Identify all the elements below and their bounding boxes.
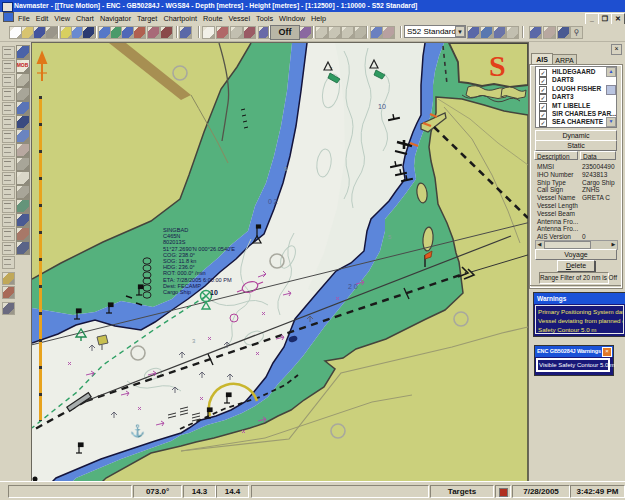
- svg-text:10: 10: [378, 103, 386, 110]
- svg-text:Dest: FECAMP: Dest: FECAMP: [163, 283, 201, 289]
- svg-text:⚓: ⚓: [130, 423, 145, 438]
- svg-text:Cargo Ship: Cargo Ship: [163, 289, 191, 295]
- svg-text:HDG: 236.0°: HDG: 236.0°: [163, 264, 195, 270]
- svg-text:S: S: [489, 49, 506, 82]
- svg-text:SOG: 11.8 kn: SOG: 11.8 kn: [163, 258, 196, 264]
- svg-text:SINGBAD: SINGBAD: [163, 227, 188, 233]
- svg-text:ROT: 000.0° /min: ROT: 000.0° /min: [163, 270, 206, 276]
- svg-text:ETA: 7/28/2005 6:00:00 PM: ETA: 7/28/2005 6:00:00 PM: [163, 277, 232, 283]
- svg-text:0 2: 0 2: [268, 198, 278, 205]
- svg-text:10: 10: [210, 289, 218, 296]
- svg-text:802013S: 802013S: [163, 239, 186, 245]
- svg-text:COG: 238.0°: COG: 238.0°: [163, 252, 195, 258]
- svg-text:C465N: C465N: [163, 233, 180, 239]
- svg-text:51°27.2690'N 000°26.0540'E: 51°27.2690'N 000°26.0540'E: [163, 246, 235, 252]
